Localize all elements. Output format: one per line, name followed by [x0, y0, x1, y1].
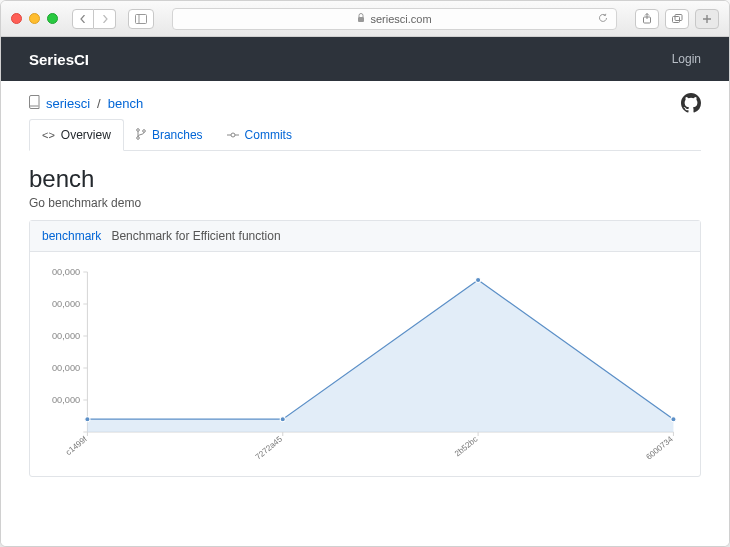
tab-branches[interactable]: Branches — [124, 119, 215, 150]
svg-point-9 — [137, 128, 140, 131]
svg-point-10 — [143, 129, 146, 132]
svg-text:7272a45: 7272a45 — [254, 434, 285, 461]
breadcrumb: seriesci / bench — [29, 95, 143, 112]
svg-point-11 — [137, 136, 140, 139]
breadcrumb-sep: / — [97, 96, 101, 111]
svg-text:c1499f: c1499f — [64, 434, 89, 457]
login-link[interactable]: Login — [672, 52, 701, 66]
panel-header: benchmark Benchmark for Efficient functi… — [30, 221, 700, 252]
svg-text:6000734: 6000734 — [644, 434, 675, 461]
tab-label: Branches — [152, 128, 203, 142]
tab-overview[interactable]: <> Overview — [29, 119, 124, 151]
new-tab-button[interactable] — [695, 9, 719, 29]
svg-point-29 — [280, 417, 285, 422]
tab-commits[interactable]: Commits — [215, 119, 304, 150]
svg-point-28 — [85, 417, 90, 422]
tab-label: Overview — [61, 128, 111, 142]
page-description: Go benchmark demo — [29, 196, 701, 210]
back-button[interactable] — [72, 9, 94, 29]
svg-point-12 — [231, 133, 235, 137]
commits-icon — [227, 129, 239, 141]
repo-icon — [29, 95, 41, 112]
github-link-icon[interactable] — [681, 93, 701, 113]
forward-button[interactable] — [94, 9, 116, 29]
svg-text:00,000: 00,000 — [52, 267, 80, 277]
nav-buttons — [72, 9, 116, 29]
svg-text:00,000: 00,000 — [52, 299, 80, 309]
sidebar-toggle-button[interactable] — [128, 9, 154, 29]
chart-panel: benchmark Benchmark for Efficient functi… — [29, 220, 701, 477]
svg-text:00,000: 00,000 — [52, 331, 80, 341]
svg-text:00,000: 00,000 — [52, 363, 80, 373]
browser-titlebar: seriesci.com — [1, 1, 729, 37]
address-text: seriesci.com — [370, 13, 431, 25]
tabs: <> Overview Branches Commits — [29, 119, 701, 151]
minimize-window-icon[interactable] — [29, 13, 40, 24]
window-controls — [11, 13, 58, 24]
svg-rect-5 — [672, 16, 679, 22]
page-title: bench — [29, 165, 701, 193]
app-header: SeriesCI Login — [1, 37, 729, 81]
code-icon: <> — [42, 129, 55, 141]
zoom-window-icon[interactable] — [47, 13, 58, 24]
breadcrumb-owner[interactable]: seriesci — [46, 96, 90, 111]
lock-icon — [357, 13, 365, 25]
tabs-button[interactable] — [665, 9, 689, 29]
series-name[interactable]: benchmark — [42, 229, 101, 243]
tab-label: Commits — [245, 128, 292, 142]
line-chart: 00,00000,00000,00000,00000,000c1499f7272… — [36, 262, 694, 472]
close-window-icon[interactable] — [11, 13, 22, 24]
reload-icon[interactable] — [598, 13, 608, 25]
svg-rect-2 — [358, 17, 364, 22]
svg-point-30 — [476, 278, 481, 283]
branch-icon — [136, 128, 146, 142]
share-button[interactable] — [635, 9, 659, 29]
svg-text:2b52bc: 2b52bc — [453, 435, 480, 459]
address-bar[interactable]: seriesci.com — [172, 8, 617, 30]
breadcrumb-repo[interactable]: bench — [108, 96, 143, 111]
svg-point-31 — [671, 417, 676, 422]
series-subtitle: Benchmark for Efficient function — [111, 229, 280, 243]
svg-rect-6 — [675, 14, 682, 20]
brand-logo[interactable]: SeriesCI — [29, 51, 89, 68]
svg-text:00,000: 00,000 — [52, 395, 80, 405]
svg-rect-0 — [136, 14, 147, 23]
